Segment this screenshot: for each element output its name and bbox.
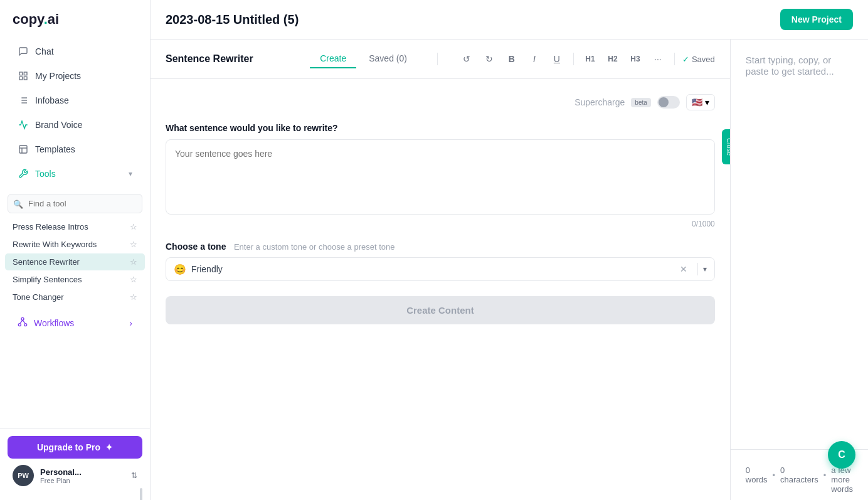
tool-list: Press Release Intros ☆ Rewrite With Keyw… xyxy=(0,218,150,306)
footer-dot: • xyxy=(823,471,827,480)
svg-line-16 xyxy=(20,320,23,324)
check-icon: ✓ xyxy=(682,55,689,64)
more-options-button[interactable]: ··· xyxy=(649,50,667,68)
supercharge-bar: Supercharge beta 🇺🇸 ▾ ✏ Close xyxy=(166,94,715,110)
tone-label: Choose a tone xyxy=(166,242,226,252)
tool-name: Sentence Rewriter xyxy=(166,53,253,65)
sidebar-item-label: Tools xyxy=(35,169,56,179)
underline-button[interactable]: U xyxy=(548,50,566,68)
tool-label: Tone Changer xyxy=(13,292,64,302)
user-profile[interactable]: PW Personal... Free Plan ⇅ xyxy=(8,459,142,492)
new-project-button[interactable]: New Project xyxy=(780,9,853,30)
svg-rect-2 xyxy=(19,77,23,80)
bold-button[interactable]: B xyxy=(503,50,521,68)
svg-point-13 xyxy=(21,317,24,320)
chevron-down-icon: ▾ xyxy=(703,265,707,274)
sidebar-item-my-projects[interactable]: My Projects xyxy=(5,64,145,88)
sidebar-bottom: Upgrade to Pro ✦ PW Personal... Free Pla… xyxy=(0,428,150,500)
star-icon[interactable]: ☆ xyxy=(130,240,137,249)
sidebar-item-label: Chat xyxy=(35,46,54,56)
language-picker[interactable]: 🇺🇸 ▾ xyxy=(686,94,715,110)
fab-button[interactable]: C xyxy=(828,441,855,469)
brand-voice-icon xyxy=(18,119,29,130)
tool-item-rewrite-keywords[interactable]: Rewrite With Keywords ☆ xyxy=(5,236,145,253)
star-icon[interactable]: ☆ xyxy=(130,275,137,284)
scrollbar[interactable] xyxy=(140,488,142,500)
italic-button[interactable]: I xyxy=(526,50,543,68)
sidebar-item-brand-voice[interactable]: Brand Voice xyxy=(5,113,145,137)
svg-rect-3 xyxy=(24,77,27,80)
redo-button[interactable]: ↻ xyxy=(480,50,498,68)
sidebar-item-tools[interactable]: Tools ▾ xyxy=(5,162,145,186)
tone-emoji: 😊 xyxy=(174,263,186,275)
sidebar-item-label: Brand Voice xyxy=(35,120,83,130)
chat-icon xyxy=(18,46,29,57)
divider xyxy=(697,263,698,275)
sentence-label: What sentence would you like to rewrite? xyxy=(166,123,715,133)
logo: copy.ai xyxy=(0,0,150,34)
sidebar-item-templates[interactable]: Templates xyxy=(5,137,145,161)
h1-button[interactable]: H1 xyxy=(581,50,599,68)
word-count: 0 words xyxy=(746,465,768,484)
star-icon[interactable]: ☆ xyxy=(130,257,137,267)
content-area: Sentence Rewriter Create Saved (0) ↺ ↻ B… xyxy=(151,40,868,500)
undo-button[interactable]: ↺ xyxy=(458,50,475,68)
divider xyxy=(573,53,574,65)
star-icon[interactable]: ☆ xyxy=(130,292,137,302)
chevron-down-icon: ▾ xyxy=(129,169,132,178)
sentence-textarea[interactable] xyxy=(166,139,715,215)
tone-value: Friendly xyxy=(191,264,680,274)
sidebar-item-label: My Projects xyxy=(35,71,81,81)
search-input[interactable] xyxy=(8,194,142,213)
tool-item-tone-changer[interactable]: Tone Changer ☆ xyxy=(5,289,145,306)
supercharge-toggle[interactable] xyxy=(657,96,680,109)
divider xyxy=(437,53,438,65)
avatar: PW xyxy=(13,465,34,486)
sidebar-item-chat[interactable]: Chat xyxy=(5,40,145,63)
tool-label: Rewrite With Keywords xyxy=(13,240,97,249)
char-count-footer: 0 characters xyxy=(780,465,818,484)
footer-dot: • xyxy=(772,471,775,480)
upgrade-icon: ✦ xyxy=(105,442,113,452)
top-bar: 2023-08-15 Untitled (5) New Project xyxy=(151,0,868,40)
tone-section: Choose a tone Enter a custom tone or cho… xyxy=(166,241,715,281)
close-panel-button[interactable]: ✏ Close xyxy=(722,129,730,164)
saved-label: ✓ Saved xyxy=(682,55,715,64)
h3-button[interactable]: H3 xyxy=(627,50,644,68)
search-icon: 🔍 xyxy=(13,199,23,208)
svg-rect-1 xyxy=(24,72,27,75)
tool-item-press-release[interactable]: Press Release Intros ☆ xyxy=(5,218,145,235)
tab-create[interactable]: Create xyxy=(310,50,356,68)
flag-icon: 🇺🇸 xyxy=(692,97,702,107)
close-panel-label: Close xyxy=(726,138,730,156)
upgrade-button[interactable]: Upgrade to Pro ✦ xyxy=(8,436,142,459)
editor-panel: Start typing, copy, or paste to get star… xyxy=(731,40,868,500)
tool-label: Sentence Rewriter xyxy=(13,257,80,267)
user-plan: Free Plan xyxy=(40,477,125,484)
create-content-button[interactable]: Create Content xyxy=(166,296,715,324)
sidebar-item-workflows[interactable]: Workflows › xyxy=(5,311,145,335)
svg-rect-0 xyxy=(19,72,23,75)
tone-clear-button[interactable]: ✕ xyxy=(680,264,687,274)
editor-area[interactable]: Start typing, copy, or paste to get star… xyxy=(731,40,868,449)
h2-button[interactable]: H2 xyxy=(604,50,622,68)
tone-select[interactable]: 😊 Friendly ✕ ▾ xyxy=(166,257,715,281)
tool-item-simplify-sentences[interactable]: Simplify Sentences ☆ xyxy=(5,271,145,288)
tool-item-sentence-rewriter[interactable]: Sentence Rewriter ☆ xyxy=(5,253,145,270)
sentence-field-group: What sentence would you like to rewrite?… xyxy=(166,123,715,228)
main-content: 2023-08-15 Untitled (5) New Project Sent… xyxy=(151,0,868,500)
workflows-icon xyxy=(18,317,28,329)
sidebar-item-infobase[interactable]: Infobase xyxy=(5,88,145,112)
char-count: 0/1000 xyxy=(166,220,715,228)
editor-placeholder: Start typing, copy, or paste to get star… xyxy=(746,55,834,77)
tool-form: Supercharge beta 🇺🇸 ▾ ✏ Close xyxy=(151,79,730,500)
templates-icon xyxy=(18,144,29,155)
sidebar-item-label: Infobase xyxy=(35,95,69,105)
sidebar-item-label: Templates xyxy=(35,144,75,154)
sidebar: copy.ai Chat My Projects Infobase Bra xyxy=(0,0,151,500)
star-icon[interactable]: ☆ xyxy=(130,222,137,231)
chevron-down-icon: ▾ xyxy=(705,97,709,107)
tool-panel: Sentence Rewriter Create Saved (0) ↺ ↻ B… xyxy=(151,40,731,500)
divider xyxy=(674,53,675,65)
tab-saved[interactable]: Saved (0) xyxy=(359,50,417,68)
